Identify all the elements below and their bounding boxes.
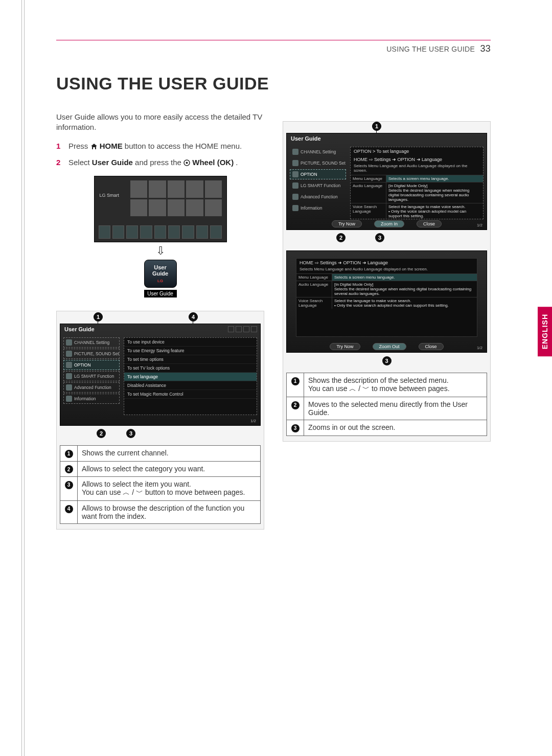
sidebar-item-label: OPTION: [74, 362, 91, 368]
intro-text: User Guide allows you to more easily acc…: [56, 112, 264, 133]
sidebar-item[interactable]: OPTION: [290, 169, 346, 179]
table-row: 3 Allows to select the item you want. Yo…: [60, 477, 261, 501]
anno-3: 3: [126, 429, 135, 438]
crumb-path: HOME ⇨ Settings ➜ OPTION ➜ Language: [296, 259, 477, 267]
category-icon: [292, 205, 298, 211]
category-list: CHANNEL SettingPICTURE, SOUND SettingOPT…: [63, 337, 120, 405]
app-icon-logo: LG: [147, 279, 174, 283]
sidebar-item-label: Advanced Function: [301, 194, 338, 199]
list-item[interactable]: To set time options: [124, 355, 257, 364]
home-label: HOME: [100, 142, 123, 150]
sidebar-item[interactable]: LG SMART Function: [290, 180, 346, 191]
sidebar-item-label: Information: [74, 396, 96, 401]
category-icon: [292, 194, 298, 200]
brand-label: LG Smart: [100, 193, 120, 198]
sidebar-item-label: LG SMART Function: [301, 183, 340, 188]
legend-text: Moves to the selected menu directly from…: [304, 397, 487, 420]
table-row: 2 Allows to select the category you want…: [60, 461, 261, 477]
home-icon: [90, 142, 98, 152]
table-row: 1 Shows the current channel.: [60, 446, 261, 462]
setting-value: Select the language to make voice search…: [332, 297, 477, 309]
sidebar-item[interactable]: Advanced Function: [290, 192, 346, 202]
page-content: USING THE USER GUIDE 33 USING THE USER G…: [56, 40, 491, 530]
sidebar-item[interactable]: Advanced Function: [63, 382, 120, 393]
list-item[interactable]: To set TV lock options: [124, 364, 257, 373]
legend-text: Allows to browse the description of the …: [78, 501, 261, 524]
anno-2: 2: [336, 233, 346, 242]
sidebar-item[interactable]: Information: [63, 394, 120, 404]
pager: 1/2: [477, 346, 482, 350]
sidebar-item[interactable]: PICTURE, SOUND Setting: [290, 158, 346, 168]
close-button[interactable]: Close: [419, 343, 444, 350]
category-icon: [66, 351, 72, 357]
zoom-in-button[interactable]: Zoom In: [374, 220, 404, 227]
detail-screen-1: User Guide CHANNEL SettingPICTURE, SOUND…: [286, 133, 487, 230]
sidebar-item-label: PICTURE, SOUND Setting: [74, 351, 120, 356]
list-item[interactable]: Disabled Assistance: [124, 381, 257, 390]
sidebar-item-label: PICTURE, SOUND Setting: [301, 161, 346, 166]
sidebar-item[interactable]: Information: [290, 203, 346, 213]
item-list: To use input deviceTo use Energy Saving …: [124, 337, 257, 415]
step-2: 2 Select User Guide and press the Wheel …: [56, 157, 264, 169]
sidebar-item[interactable]: PICTURE, SOUND Setting: [63, 349, 120, 359]
zoom-out-button[interactable]: Zoom Out: [373, 343, 406, 350]
setting-key: Voice Search Language: [296, 297, 332, 309]
list-item[interactable]: To use input device: [124, 338, 257, 347]
crumb-sub: Selects Menu Language and Audio Language…: [296, 267, 477, 273]
sidebar-item-label: OPTION: [301, 172, 317, 177]
sidebar-item-label: Information: [301, 205, 323, 211]
category-icon: [292, 149, 298, 155]
step-text: .: [236, 158, 238, 167]
sidebar-item-label: Advanced Function: [74, 385, 111, 390]
steps-list: 1 Press HOME button to access the HOME m…: [56, 141, 264, 169]
sidebar-item-label: LG SMART Function: [74, 374, 114, 379]
close-button[interactable]: Close: [417, 220, 442, 227]
detail-screens-panel: 1 User Guide CHANNEL SettingPICTURE, SOU…: [283, 121, 491, 442]
list-item[interactable]: To set language: [124, 373, 257, 381]
category-icon: [66, 362, 72, 368]
step-number: 1: [56, 141, 63, 152]
sidebar-item[interactable]: OPTION: [63, 360, 120, 370]
sidebar-item[interactable]: CHANNEL Setting: [290, 147, 346, 157]
right-column: 1 User Guide CHANNEL SettingPICTURE, SOU…: [283, 112, 491, 530]
section-label: USING THE USER GUIDE: [386, 45, 475, 53]
left-column: User Guide allows you to more easily acc…: [56, 112, 264, 530]
step-number: 2: [56, 157, 63, 169]
list-item[interactable]: To set Magic Remote Control: [124, 390, 257, 399]
language-tab: ENGLISH: [538, 307, 552, 356]
table-row: 3 Zooms in or out the screen.: [287, 420, 487, 436]
setting-row: Menu LanguageSelects a screen menu langu…: [296, 273, 477, 281]
table-row: 1 Shows the description of the selected …: [287, 373, 487, 397]
category-icon: [292, 160, 298, 166]
anno-1: 1: [372, 122, 381, 131]
user-guide-screen: User Guide CHANNEL SettingPICTURE, SOUND…: [60, 324, 261, 426]
setting-value: Selects a screen menu language.: [332, 274, 477, 281]
app-icon-caption: User Guide: [144, 290, 177, 297]
legend-text: Allows to select the category you want.: [78, 461, 261, 477]
step-text: button to access the HOME menu.: [125, 142, 242, 150]
user-guide-app-icon: User Guide LG User Guide: [144, 260, 177, 297]
list-item[interactable]: To use Energy Saving feature: [124, 347, 257, 355]
screen-title: User Guide: [287, 133, 487, 144]
category-icon: [66, 339, 72, 346]
down-arrow-icon: ⇩: [56, 245, 264, 257]
try-now-button[interactable]: Try Now: [330, 343, 360, 350]
sidebar-item[interactable]: LG SMART Function: [63, 371, 120, 381]
sidebar-item-label: CHANNEL Setting: [74, 340, 109, 345]
page-number: 33: [480, 43, 491, 54]
min-icon: [236, 326, 242, 332]
right-legend-table: 1 Shows the description of the selected …: [286, 373, 487, 436]
step-text: Press: [68, 142, 90, 150]
legend-text: Shows the description of the selected me…: [304, 373, 487, 397]
try-now-button[interactable]: Try Now: [332, 220, 362, 227]
wheel-ok-icon: [183, 158, 190, 169]
pager: 1/2: [250, 419, 256, 423]
anno-2: 2: [97, 429, 106, 438]
detail-pane: OPTION > To set language HOME ⇨ Settings…: [350, 147, 484, 219]
page-binding: [21, 0, 25, 756]
sidebar-item[interactable]: CHANNEL Setting: [63, 337, 120, 348]
step-1: 1 Press HOME button to access the HOME m…: [56, 141, 264, 152]
category-icon: [66, 384, 72, 391]
setting-row: Audio Language[In Digital Mode Only] Sel…: [296, 281, 477, 297]
anno-4: 4: [189, 312, 198, 322]
